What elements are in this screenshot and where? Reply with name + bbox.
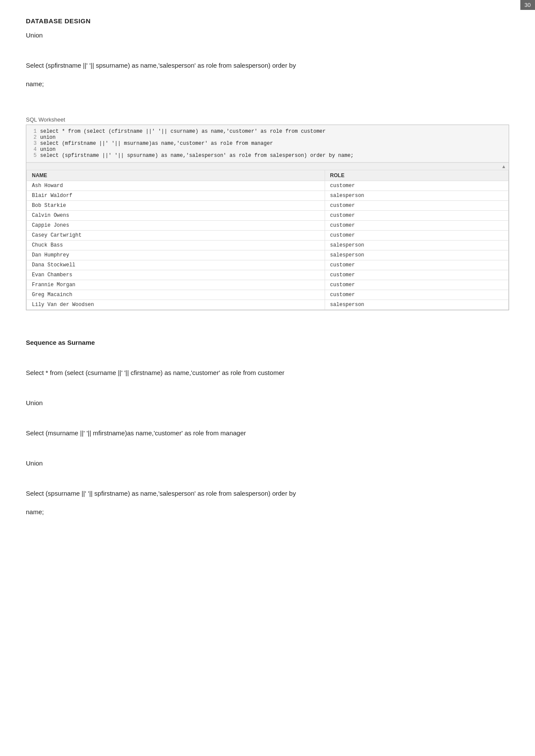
table-row: Frannie Morgancustomer <box>27 280 509 290</box>
table-row: Greg Macainchcustomer <box>27 290 509 300</box>
table-row: Evan Chamberscustomer <box>27 270 509 280</box>
code-line-5: 5 select (spfirstname ||' '|| spsurname)… <box>31 153 504 159</box>
cell-role: customer <box>325 221 508 231</box>
cell-name: Calvin Owens <box>27 211 325 221</box>
cell-role: customer <box>325 270 508 280</box>
cell-role: salesperson <box>325 241 508 250</box>
sequence-section-title: Sequence as Surname <box>26 339 509 346</box>
code-text-3: select (mfirstname ||' '|| msurname)as n… <box>40 141 273 147</box>
worksheet-label: SQL Worksheet <box>26 116 509 123</box>
page-number: 30 <box>520 0 535 10</box>
table-row: Lily Van der Woodsensalesperson <box>27 300 509 310</box>
results-table: NAME ROLE Ash HowardcustomerBlair Waldor… <box>26 170 509 310</box>
cell-name: Ash Howard <box>27 181 325 191</box>
cell-role: customer <box>325 290 508 300</box>
cell-name: Lily Van der Woodsen <box>27 300 325 310</box>
cell-name: Casey Cartwright <box>27 231 325 241</box>
table-row: Dan Humphreysalesperson <box>27 250 509 260</box>
cell-role: salesperson <box>325 191 508 201</box>
line-num-3: 3 <box>31 141 37 147</box>
union-label-top: Union <box>26 31 509 39</box>
table-row: Ash Howardcustomer <box>27 181 509 191</box>
cell-role: customer <box>325 280 508 290</box>
code-text-1: select * from (select (cfirstname ||' '|… <box>40 128 326 134</box>
line-num-2: 2 <box>31 134 37 141</box>
sequence-sql3b: name; <box>26 506 509 518</box>
cell-name: Cappie Jones <box>27 221 325 231</box>
code-text-2: union <box>40 134 56 141</box>
table-row: Dana Stockwellcustomer <box>27 260 509 270</box>
table-row: Chuck Basssalesperson <box>27 241 509 250</box>
results-header-row: NAME ROLE <box>27 170 509 181</box>
line-num-5: 5 <box>31 153 37 159</box>
sql-worksheet: 1 select * from (select (cfirstname ||' … <box>26 125 509 310</box>
table-row: Bob Starkiecustomer <box>27 201 509 211</box>
cell-name: Frannie Morgan <box>27 280 325 290</box>
table-row: Blair Waldorfsalesperson <box>27 191 509 201</box>
sequence-sql1: Select * from (select (csurname ||' '|| … <box>26 367 509 378</box>
code-text-5: select (spfirstname ||' '|| spsurname) a… <box>40 153 354 159</box>
cell-name: Bob Starkie <box>27 201 325 211</box>
cell-role: customer <box>325 231 508 241</box>
sequence-sql2: Select (msurname ||' '|| mfirstname)as n… <box>26 427 509 439</box>
line-num-4: 4 <box>31 147 37 153</box>
cell-role: customer <box>325 211 508 221</box>
cell-name: Chuck Bass <box>27 241 325 250</box>
table-row: Calvin Owenscustomer <box>27 211 509 221</box>
line-num-1: 1 <box>31 128 37 134</box>
code-line-4: 4 union <box>31 147 504 153</box>
union-label-3: Union <box>26 459 509 467</box>
cell-role: customer <box>325 201 508 211</box>
code-text-4: union <box>40 147 56 153</box>
cell-role: customer <box>325 181 508 191</box>
col-role-header: ROLE <box>325 170 508 181</box>
cell-role: salesperson <box>325 300 508 310</box>
cell-name: Dan Humphrey <box>27 250 325 260</box>
sequence-sql3: Select (spsurname ||' '|| spfirstname) a… <box>26 487 509 499</box>
table-row: Casey Cartwrightcustomer <box>27 231 509 241</box>
cell-role: salesperson <box>325 250 508 260</box>
sql-text-top2: name; <box>26 78 509 90</box>
cell-name: Greg Macainch <box>27 290 325 300</box>
cell-name: Evan Chambers <box>27 270 325 280</box>
page-title: DATABASE DESIGN <box>26 17 509 25</box>
cell-name: Dana Stockwell <box>27 260 325 270</box>
sql-code-area: 1 select * from (select (cfirstname ||' … <box>26 125 509 162</box>
code-line-3: 3 select (mfirstname ||' '|| msurname)as… <box>31 141 504 147</box>
sql-text-top: Select (spfirstname ||' '|| spsurname) a… <box>26 59 509 71</box>
cell-name: Blair Waldorf <box>27 191 325 201</box>
sql-results: NAME ROLE Ash HowardcustomerBlair Waldor… <box>26 170 509 310</box>
scroll-indicator: ▲ <box>26 162 509 170</box>
cell-role: customer <box>325 260 508 270</box>
code-line-1: 1 select * from (select (cfirstname ||' … <box>31 128 504 134</box>
col-name-header: NAME <box>27 170 325 181</box>
table-row: Cappie Jonescustomer <box>27 221 509 231</box>
union-label-2: Union <box>26 399 509 406</box>
code-line-2: 2 union <box>31 134 504 141</box>
